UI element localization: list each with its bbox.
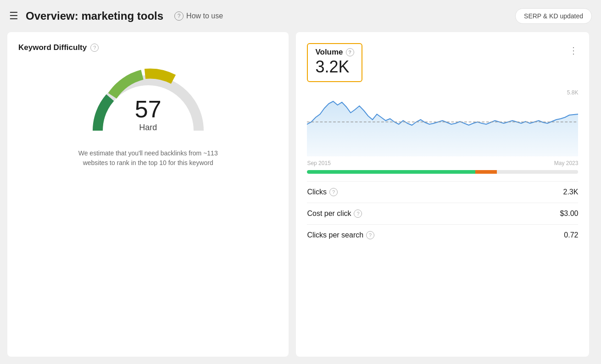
chart-date-end: May 2023 <box>554 160 579 166</box>
how-to-use-button[interactable]: ? How to use <box>174 11 223 21</box>
chart-date-start: Sep 2015 <box>307 160 330 166</box>
clicks-value: 2.3K <box>563 188 579 196</box>
kd-info-icon[interactable]: ? <box>90 44 99 52</box>
cpc-value: $3.00 <box>560 210 578 218</box>
volume-card: Volume ? 3.2K ⋮ 5.8K <box>296 32 589 357</box>
keyword-difficulty-card: Keyword Difficulty ? 57 Hard We es <box>7 32 289 357</box>
gauge-value: 57 <box>135 97 161 121</box>
cps-label: Clicks per search ? <box>307 231 374 239</box>
how-to-use-label: How to use <box>186 12 223 20</box>
clicks-label: Clicks ? <box>307 188 338 196</box>
progress-bar <box>307 170 578 174</box>
volume-chart <box>307 97 578 156</box>
cpc-row: Cost per click ? $3.00 <box>307 203 578 224</box>
chart-area: 5.8K <box>307 89 578 156</box>
cpc-label: Cost per click ? <box>307 210 362 218</box>
cps-info-icon[interactable]: ? <box>366 231 374 239</box>
cpc-info-icon[interactable]: ? <box>354 210 362 218</box>
cps-value: 0.72 <box>564 231 578 239</box>
gauge-center: 57 Hard <box>135 97 161 132</box>
kd-card-header: Keyword Difficulty ? <box>18 43 278 52</box>
more-options-icon[interactable]: ⋮ <box>569 45 578 56</box>
cps-row: Clicks per search ? 0.72 <box>307 224 578 246</box>
volume-box: Volume ? 3.2K <box>307 43 362 82</box>
menu-icon[interactable]: ☰ <box>9 10 18 22</box>
serp-badge: SERP & KD updated <box>515 8 592 24</box>
progress-orange <box>475 170 497 174</box>
clicks-row: Clicks ? 2.3K <box>307 181 578 203</box>
kd-title: Keyword Difficulty <box>18 43 87 52</box>
gauge-difficulty-label: Hard <box>135 123 161 132</box>
volume-value: 3.2K <box>315 57 354 77</box>
chart-dates: Sep 2015 May 2023 <box>307 160 578 166</box>
volume-header: Volume ? 3.2K ⋮ <box>307 43 578 82</box>
progress-green <box>307 170 475 174</box>
chart-max-label: 5.8K <box>307 89 578 96</box>
kd-description: We estimate that you'll need backlinks f… <box>75 149 222 168</box>
volume-info-icon[interactable]: ? <box>346 48 354 56</box>
help-circle-icon: ? <box>174 11 184 21</box>
gauge-container: 57 Hard <box>84 64 212 138</box>
main-content: Keyword Difficulty ? 57 Hard We es <box>0 32 601 364</box>
page-title: Overview: marketing tools <box>26 10 163 22</box>
volume-title: Volume ? <box>315 48 354 57</box>
clicks-info-icon[interactable]: ? <box>329 188 338 196</box>
header: ☰ Overview: marketing tools ? How to use… <box>0 0 601 32</box>
